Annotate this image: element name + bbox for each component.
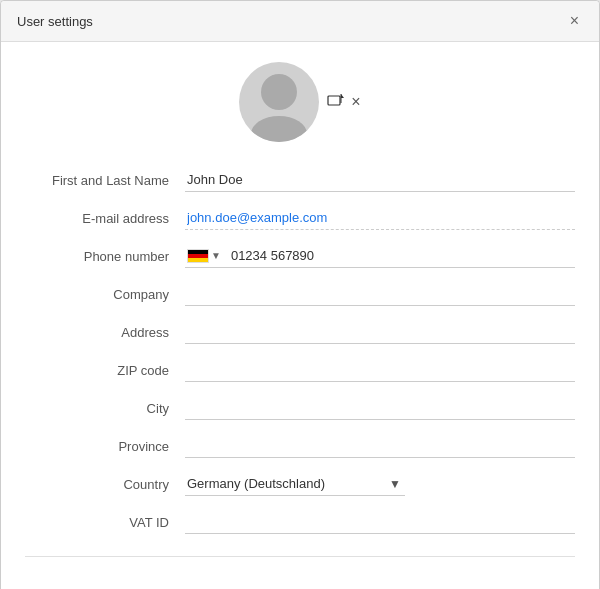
germany-flag [187,249,209,263]
phone-label: Phone number [25,249,185,264]
country-select[interactable]: Germany (Deutschland) United States Unit… [185,472,405,495]
phone-country-arrow: ▼ [211,250,221,261]
country-row: Country Germany (Deutschland) United Sta… [25,466,575,502]
dialog-title: User settings [17,14,93,29]
province-row: Province [25,428,575,464]
phone-field: ▼ [185,244,575,268]
close-button[interactable]: × [566,11,583,31]
firstname-label: First and Last Name [25,173,185,188]
company-label: Company [25,287,185,302]
address-row: Address [25,314,575,350]
dialog-header: User settings × [1,1,599,42]
province-input[interactable] [185,434,575,458]
avatar-upload-icon[interactable] [327,93,345,111]
vatid-row: VAT ID [25,504,575,540]
province-label: Province [25,439,185,454]
city-input[interactable] [185,396,575,420]
country-wrapper: Germany (Deutschland) United States Unit… [185,472,405,496]
zip-label: ZIP code [25,363,185,378]
company-input[interactable] [185,282,575,306]
country-label: Country [25,477,185,492]
dialog-body: × First and Last Name E-mail address Pho… [1,42,599,589]
vatid-input[interactable] [185,510,575,534]
firstname-input[interactable] [185,168,575,192]
svg-rect-4 [341,94,342,103]
svg-point-1 [251,116,307,142]
avatar [239,62,319,142]
avatar-remove-icon[interactable]: × [351,93,360,111]
phone-input[interactable] [229,244,575,267]
avatar-actions: × [327,93,360,111]
city-label: City [25,401,185,416]
firstname-row: First and Last Name [25,162,575,198]
address-input[interactable] [185,320,575,344]
address-label: Address [25,325,185,340]
phone-row: Phone number ▼ [25,238,575,274]
svg-point-0 [261,74,297,110]
email-label: E-mail address [25,211,185,226]
zip-input[interactable] [185,358,575,382]
company-row: Company [25,276,575,312]
phone-country-selector[interactable]: ▼ [185,245,223,267]
zip-row: ZIP code [25,352,575,388]
svg-rect-2 [328,96,340,105]
vatid-label: VAT ID [25,515,185,530]
avatar-section: × [25,62,575,142]
email-input[interactable] [185,206,575,230]
email-row: E-mail address [25,200,575,236]
footer-divider [25,556,575,557]
user-settings-dialog: User settings × × [0,0,600,589]
city-row: City [25,390,575,426]
